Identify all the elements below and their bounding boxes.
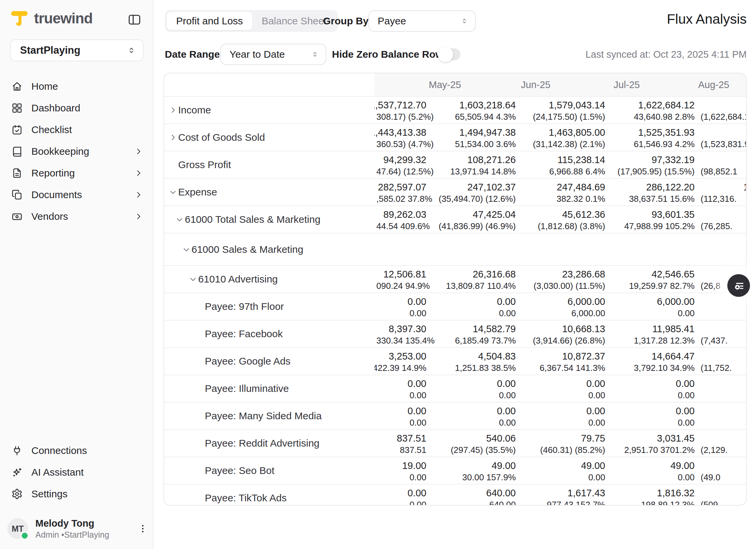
cell-change-partial: (112,316. [701, 194, 737, 204]
tab-profit-and-loss[interactable]: Profit and Loss [167, 12, 252, 30]
sidebar-item-reporting[interactable]: Reporting [0, 162, 153, 184]
cell-value: 0.00 [497, 296, 516, 307]
hide-zero-toggle[interactable] [439, 48, 460, 60]
row-label-cell: Payee: Seo Bot [164, 457, 374, 484]
cell-change: (41,836.99) (46.9%) [439, 221, 516, 231]
chevron-up-down-icon [311, 50, 319, 58]
date-range-label: Date Range: [165, 43, 223, 65]
chevron-down-icon [169, 188, 177, 196]
table-row-61010-advertising[interactable]: 12,506.81090.24 94.9%26,316.6813,809.87 … [164, 265, 747, 293]
cell-value: 6,000.00 [657, 296, 695, 307]
cell-change: 0.00 [409, 418, 426, 428]
sidebar-item-home[interactable]: Home [0, 75, 153, 97]
cell-value: 14,664.47 [652, 351, 695, 362]
row-label-cell: Gross Profit [164, 151, 374, 178]
table-row-payee-illuminative[interactable]: 0.000.000.000.000.000.000.000.00Payee: I… [164, 375, 747, 402]
row-label: Payee: 97th Floor [205, 301, 284, 312]
sidebar-item-label: Documents [31, 189, 82, 200]
table-row-payee-tiktok-ads[interactable]: 0.000.00640.00640.001,617.43977.43 152.7… [164, 484, 747, 506]
row-label-cell: Income [164, 97, 374, 123]
user-menu-button[interactable] [137, 523, 148, 534]
column-header-month: Jul-25 [614, 73, 640, 96]
sidebar-nav: HomeDashboardChecklistBookkeepingReporti… [0, 75, 153, 227]
cell-value: 1,603,218.64 [459, 100, 516, 111]
chevron-up-down-icon [127, 46, 136, 55]
table-options-fab[interactable] [727, 274, 750, 297]
table-row-expense[interactable]: 282,597.07,585.02 37.8%247,102.37(35,494… [164, 178, 747, 205]
cell-value: 0.00 [587, 406, 605, 417]
row-label: Payee: Facebook [205, 328, 283, 340]
cell-change-partial: (98,852.1 [701, 166, 737, 177]
hide-zero-label: Hide Zero Balance Rows: [332, 43, 452, 65]
user-role: Admin •StartPlaying [35, 530, 109, 540]
cell-change: 0.00 [499, 418, 516, 428]
table-row-gross-profit[interactable]: 94,299.3247.64) (12.5%)108,271.2613,971.… [164, 151, 747, 178]
cell-change: (460.31) (85.2%) [540, 445, 605, 455]
cell-change: 1,317.28 12.3% [634, 336, 695, 346]
sidebar-item-label: Settings [31, 488, 67, 500]
cell-change: 43,640.98 2.8% [634, 112, 695, 122]
cell-change: 0.00 [588, 418, 605, 428]
table-row-payee-seo-bot[interactable]: 19.000.0049.0030.00 157.9%49.000.0049.00… [164, 457, 747, 484]
table-row-payee-facebook[interactable]: 8,397.30330.34 135.4%14,582.796,185.49 7… [164, 320, 747, 347]
plug-icon [11, 445, 23, 456]
table-row-61000-total-sales-marketing[interactable]: 89,262.0344.54 409.6%47,425.04(41,836.99… [164, 205, 747, 233]
row-label-cell: Expense [164, 179, 374, 205]
row-label: Payee: Many Sided Media [205, 410, 322, 422]
cell-value: 108,271.26 [467, 154, 516, 165]
cell-change: (24,175.50) (1.5%) [533, 112, 605, 122]
cell-change: 51,534.00 3.6% [455, 139, 516, 149]
sidebar-item-documents[interactable]: Documents [0, 184, 153, 205]
cell-change: 0.00 [409, 472, 426, 483]
user-row[interactable]: MT Melody Tong Admin •StartPlaying [7, 514, 148, 544]
sidebar-item-ai-assistant[interactable]: AI Assistant [0, 461, 153, 483]
table-row-payee-reddit-advertising[interactable]: 837.51837.51540.06(297.45) (35.5%)79.75(… [164, 429, 747, 457]
table-row-income[interactable]: 1,537,712.70308.17) (5.2%)1,603,218.6465… [164, 96, 747, 123]
sidebar-item-dashboard[interactable]: Dashboard [0, 97, 153, 119]
cell-value: 1,816.32 [657, 488, 695, 499]
sidebar-item-connections[interactable]: Connections [0, 440, 153, 461]
cell-change: 19,259.97 82.7% [629, 281, 695, 291]
cell-change: 0.00 [678, 472, 695, 483]
report-icon [11, 167, 23, 179]
sidebar-item-checklist[interactable]: Checklist [0, 119, 153, 140]
cell-change: 0.00 [409, 390, 426, 401]
sidebar-item-vendors[interactable]: Vendors [0, 205, 153, 227]
cell-value: 79.75 [581, 433, 605, 444]
cell-value: 47,425.04 [473, 209, 516, 220]
workspace-selector[interactable]: StartPlaying [10, 39, 143, 61]
cell-value: 640.00 [486, 488, 516, 499]
table-row-payee-97th-floor[interactable]: 0.000.000.000.006,000.006,000.006,000.00… [164, 293, 747, 320]
cell-value: 26,316.68 [473, 269, 516, 280]
user-info: Melody Tong Admin •StartPlaying [35, 518, 109, 540]
sidebar-item-settings[interactable]: Settings [0, 483, 153, 505]
checklist-icon [11, 124, 23, 135]
cell-value: 49.00 [491, 460, 516, 471]
date-range-value: Year to Date [230, 49, 285, 60]
table-row-payee-google-ads[interactable]: 3,253.00422.39 14.9%4,504.831,251.83 38.… [164, 347, 747, 375]
cell-value: 0.00 [408, 406, 426, 417]
sidebar-collapse-button[interactable] [127, 13, 141, 27]
cell-change: 13,971.94 14.8% [450, 166, 516, 177]
table-row-cost-of-goods-sold[interactable]: 1,443,413.38360.53) (4.7%)1,494,947.3851… [164, 123, 747, 151]
table-row-payee-many-sided-media[interactable]: 0.000.000.000.000.000.000.000.00Payee: M… [164, 402, 747, 429]
flux-analysis-table: May-25Jun-25Jul-25Aug-251,537,712.70308.… [163, 73, 747, 506]
row-label: Gross Profit [178, 159, 231, 170]
cell-value: 94,299.32 [383, 154, 426, 165]
date-range-select[interactable]: Year to Date [220, 44, 326, 65]
cell-change: 1,251.83 38.5% [455, 363, 516, 373]
row-label-cell: Cost of Goods Sold [164, 124, 374, 151]
table-row-61000-sales-marketing[interactable]: 61000 Sales & Marketing [164, 233, 747, 265]
sidebar-item-bookkeeping[interactable]: Bookkeeping [0, 140, 153, 162]
row-label-cell: Payee: Many Sided Media [164, 403, 374, 429]
brand-name: truewind [34, 10, 92, 27]
toggle-knob [438, 47, 453, 62]
cell-value: 89,262.03 [383, 209, 426, 220]
row-label: Payee: Google Ads [205, 356, 291, 367]
cell-change-partial: (26,8 [701, 281, 720, 291]
group-by-select[interactable]: Payee [368, 10, 476, 32]
cell-change-partial: (1,523,831.9 [701, 139, 747, 149]
cell-change: 0.00 [588, 472, 605, 483]
cell-value: 0.00 [497, 378, 516, 389]
sidebar-item-label: Dashboard [31, 102, 80, 114]
